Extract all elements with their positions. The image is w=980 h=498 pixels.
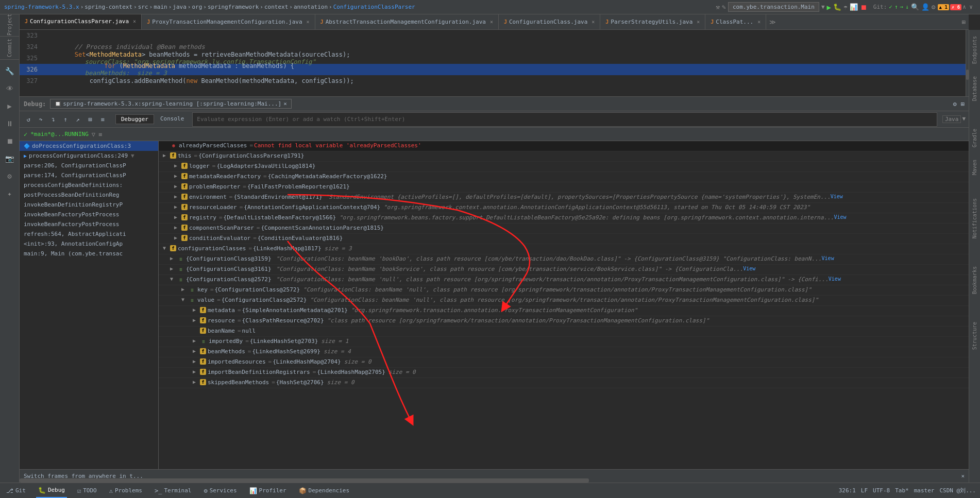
expand-icon[interactable]: ▶ [193, 307, 200, 313]
view-link[interactable]: View [834, 214, 846, 220]
view-link[interactable]: View [743, 266, 755, 271]
expand-icon[interactable]: ▶ [193, 317, 200, 323]
sidebar-stop[interactable]: ⏹ [2, 133, 18, 149]
tab-abstract-transaction[interactable]: J AbstractTransactionManagementConfigura… [315, 14, 499, 30]
expand-icon[interactable]: ▶ [163, 152, 170, 158]
close-icon[interactable]: × [757, 19, 761, 25]
debug-run-button[interactable]: 🐛 [833, 3, 841, 11]
variable-row-cc-2572-outer[interactable]: ▼ ≡ {ConfigurationClass@2572} "Configura… [159, 275, 969, 285]
breadcrumb-item[interactable]: annotation [294, 4, 328, 10]
structure-tab[interactable]: Structure [972, 320, 977, 352]
expand-icon[interactable]: ▶ [193, 348, 200, 354]
bottom-tab-problems[interactable]: ⚠ Problems [107, 483, 144, 498]
git-update[interactable]: ↓ [905, 4, 909, 10]
expand-icon[interactable]: ▶ [174, 163, 181, 168]
call-stack-item[interactable]: invokeBeanDefinitionRegistryP [20, 200, 158, 210]
view-link[interactable]: View [829, 276, 841, 282]
close-icon[interactable]: × [592, 19, 595, 25]
settings-icon[interactable]: ⚙ [953, 100, 957, 108]
rerun-button[interactable]: ↺ [23, 114, 34, 125]
bookmarks-tab[interactable]: Bookmarks [972, 264, 977, 296]
git-branch[interactable]: master [914, 487, 935, 494]
expand-icon[interactable]: ▼ [170, 276, 177, 282]
search-icon[interactable]: 🔍 [911, 3, 919, 11]
variable-row-metadata[interactable]: ▶ f metadata = {SimpleAnnotationMetadata… [159, 306, 969, 316]
tab-classpath[interactable]: J ClassPat... × [705, 14, 766, 30]
expand-icon[interactable]: ▶ [174, 214, 181, 220]
tab-configuration-class[interactable]: J ConfigurationClass.java × [499, 14, 600, 30]
user-icon[interactable]: 👤 [921, 3, 930, 11]
variable-row-metadata-reader[interactable]: ▶ f metadataReaderFactory = {CachingMeta… [159, 172, 969, 182]
expand-icon[interactable]: ▶ [170, 255, 177, 261]
step-out-button[interactable]: ↑ [60, 114, 71, 125]
more-button[interactable]: ≡ [97, 114, 108, 125]
bottom-tab-services[interactable]: ⚙ Services [201, 483, 239, 498]
evaluate-button[interactable]: ⊞ [85, 114, 96, 125]
sidebar-star[interactable]: ✦ [2, 185, 18, 202]
view-link[interactable]: View [831, 194, 843, 199]
expand-icon[interactable]: ⊞ [961, 100, 965, 108]
java-lang-label[interactable]: Java [942, 115, 961, 123]
variable-row-import-registrars[interactable]: ▶ f importBeanDefinitionRegistrars = {Li… [159, 368, 969, 378]
variable-row-component-scan[interactable]: ▶ f componentScanParser = {ComponentScan… [159, 224, 969, 234]
git-arrow-up[interactable]: ↑ [894, 4, 898, 10]
expand-icon[interactable]: ▶ [193, 369, 200, 374]
view-link[interactable]: View [822, 255, 834, 261]
call-stack-item[interactable]: parse:206, ConfigurationClassP [20, 161, 158, 170]
expand-icon[interactable]: ▼ [181, 297, 189, 302]
run-button[interactable]: ▶ [827, 3, 831, 11]
gradle-tab[interactable]: Gradle [972, 127, 977, 149]
expand-icon[interactable]: ▶ [170, 266, 177, 271]
profile-button[interactable]: 📊 [850, 3, 858, 11]
debugger-tab[interactable]: Debugger [115, 114, 154, 124]
run-config-arrow[interactable]: ▼ [821, 4, 825, 10]
close-icon[interactable]: × [133, 19, 136, 24]
variable-row-problem-reporter[interactable]: ▶ f problemReporter = {FailFastProblemRe… [159, 182, 969, 193]
expand-icon[interactable]: ▶ [174, 194, 181, 199]
evaluate-input[interactable]: Evaluate expression (Enter) or add a wat… [192, 112, 937, 127]
run-config-dropdown[interactable]: com.ybe.transaction.Main [728, 2, 819, 12]
variable-row-key[interactable]: ▶ ≡ key = {ConfigurationClass@2572} "Con… [159, 285, 969, 296]
tab-configuration-class-parser[interactable]: J ConfigurationClassParser.java × [20, 14, 142, 30]
expand-icon[interactable]: ▶ [193, 379, 200, 385]
variable-row-cc-3161[interactable]: ▶ ≡ {ConfigurationClass@3161} "Configura… [159, 265, 969, 275]
call-stack-item[interactable]: invokeBeanFactoryPostProcess [20, 219, 158, 229]
variable-row-skipped-bean-methods[interactable]: ▶ f skippedBeanMethods = {HashSet@2706} … [159, 378, 969, 388]
variable-row-resource-loader[interactable]: ▶ f resourceLoader = {AnnotationConfigAp… [159, 203, 969, 213]
expand-icon[interactable]: ▶ [174, 173, 181, 179]
call-stack-item[interactable]: postProcessBeanDefinitionReg [20, 190, 158, 200]
expand-icon[interactable]: ▶ [174, 225, 181, 230]
bottom-tab-todo[interactable]: ☑ TODO [75, 483, 99, 498]
tab-parser-strategy[interactable]: J ParserStrategyUtils.java × [600, 14, 705, 30]
step-into-button[interactable]: ↴ [47, 114, 59, 125]
expand-icon[interactable]: ▶ [193, 338, 200, 344]
variable-row-logger[interactable]: ▶ f logger = {LogAdapter$JavaUtilLog@181… [159, 162, 969, 172]
expand-icon[interactable]: ▶ [174, 235, 181, 241]
bottom-tab-git[interactable]: ⎇ Git [4, 483, 28, 498]
breadcrumb-item[interactable]: springframework [208, 4, 259, 10]
split-editor-button[interactable]: ⊞ [959, 19, 969, 26]
bottom-tab-dependencies[interactable]: 📦 Dependencies [297, 483, 351, 498]
call-stack-item[interactable]: processConfigBeanDefinitions: [20, 180, 158, 190]
call-stack-item[interactable]: parse:174, ConfigurationClassP [20, 170, 158, 180]
variable-row-configuration-classes[interactable]: ▼ f configurationClasses = {LinkedHashMa… [159, 244, 969, 254]
sidebar-eye[interactable]: 👁 [2, 80, 18, 97]
variable-row-bean-name[interactable]: f beanName = null [159, 327, 969, 337]
variable-row-registry[interactable]: ▶ f registry = {DefaultListableBeanFacto… [159, 213, 969, 224]
bottom-tab-terminal[interactable]: >_ Terminal [153, 483, 193, 498]
sidebar-gear[interactable]: ⚙ [2, 168, 18, 184]
sidebar-wrench[interactable]: 🔧 [2, 63, 18, 79]
session-close[interactable]: × [283, 100, 287, 107]
bottom-tab-debug[interactable]: 🐛 Debug [36, 483, 67, 498]
breadcrumb-item[interactable]: context [264, 4, 288, 10]
close-icon[interactable]: × [697, 19, 700, 25]
filter-icon[interactable]: ▽ [92, 131, 95, 138]
sidebar-pause[interactable]: ⏸ [2, 115, 18, 132]
breadcrumb-item[interactable]: spring-framework-5.3.x [4, 4, 79, 10]
lang-arrow[interactable]: ▼ [962, 115, 966, 123]
sidebar-camera[interactable]: 📷 [2, 150, 18, 167]
bottom-tab-profiler[interactable]: 📊 Profiler [247, 483, 289, 498]
expand-icon[interactable]: ▶ [193, 358, 200, 364]
sidebar-project[interactable]: Project [6, 16, 13, 33]
call-stack-item[interactable]: ▶ processConfigurationClass:249 ▼ [20, 151, 158, 161]
